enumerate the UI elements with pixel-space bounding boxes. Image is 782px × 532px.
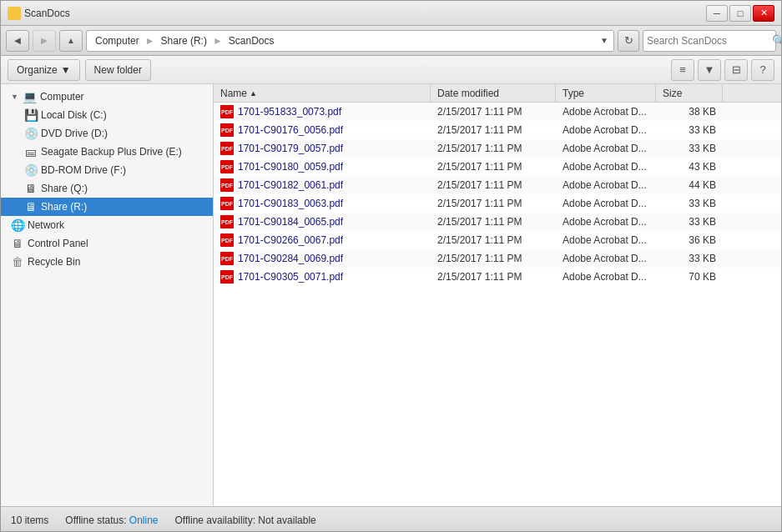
file-row[interactable]: PDF 1701-C90266_0067.pdf 2/15/2017 1:11 … <box>214 231 781 249</box>
view-button[interactable]: ≡ <box>671 59 694 81</box>
col-header-date[interactable]: Date modified <box>431 84 556 102</box>
col-header-name[interactable]: Name ▲ <box>214 84 431 102</box>
file-name: 1701-C90182_0061.pdf <box>238 179 343 191</box>
col-header-size[interactable]: Size <box>656 84 723 102</box>
file-name: 1701-C90284_0069.pdf <box>238 253 343 264</box>
new-folder-button[interactable]: New folder <box>85 59 151 81</box>
file-row[interactable]: PDF 1701-951833_0073.pdf 2/15/2017 1:11 … <box>214 103 781 121</box>
file-cell-date: 2/15/2017 1:11 PM <box>431 158 556 176</box>
pane-button[interactable]: ⊟ <box>724 59 748 81</box>
sidebar-label-dvd-drive: DVD Drive (D:) <box>41 128 108 139</box>
addr-computer[interactable]: Computer <box>92 34 143 48</box>
forward-button[interactable]: ► <box>33 30 56 52</box>
file-row[interactable]: PDF 1701-C90179_0057.pdf 2/15/2017 1:11 … <box>214 139 781 158</box>
file-cell-size: 38 KB <box>656 103 723 121</box>
sidebar: ▼ 💻 Computer 💾 Local Disk (C:) 💿 DVD Dri… <box>1 84 214 506</box>
view-arrow-button[interactable]: ▼ <box>698 59 721 81</box>
addr-dropdown-button[interactable]: ▼ <box>600 36 608 45</box>
sidebar-label-control-panel: Control Panel <box>28 238 88 249</box>
file-name: 1701-C90179_0057.pdf <box>238 143 343 154</box>
sidebar-label-network: Network <box>28 219 64 231</box>
file-row[interactable]: PDF 1701-C90176_0056.pdf 2/15/2017 1:11 … <box>214 121 781 139</box>
file-cell-name: PDF 1701-C90266_0067.pdf <box>214 231 431 249</box>
share-q-icon: 🖥 <box>24 182 38 195</box>
sidebar-item-recycle-bin[interactable]: 🗑 Recycle Bin <box>1 253 213 271</box>
close-button[interactable]: ✕ <box>753 5 774 22</box>
file-cell-name: PDF 1701-C90184_0065.pdf <box>214 213 431 231</box>
file-cell-size: 33 KB <box>656 121 723 139</box>
drive-c-icon: 💾 <box>24 108 38 122</box>
sidebar-item-network[interactable]: 🌐 Network <box>1 216 213 234</box>
col-size-label: Size <box>663 88 682 99</box>
file-name: 1701-C90266_0067.pdf <box>238 234 343 246</box>
sidebar-item-computer[interactable]: ▼ 💻 Computer <box>1 88 213 106</box>
sidebar-item-dvd-drive[interactable]: 💿 DVD Drive (D:) <box>1 124 213 143</box>
file-cell-type: Adobe Acrobat D... <box>556 268 656 286</box>
sidebar-label-share-r: Share (R:) <box>41 201 87 213</box>
sidebar-item-local-disk[interactable]: 💾 Local Disk (C:) <box>1 106 213 124</box>
file-row[interactable]: PDF 1701-C90180_0059.pdf 2/15/2017 1:11 … <box>214 158 781 176</box>
file-cell-type: Adobe Acrobat D... <box>556 176 656 194</box>
pdf-icon: PDF <box>220 197 234 210</box>
file-cell-type: Adobe Acrobat D... <box>556 121 656 139</box>
up-button[interactable]: ▲ <box>59 30 83 52</box>
pdf-icon: PDF <box>220 233 234 247</box>
file-name: 1701-C90305_0071.pdf <box>238 271 343 283</box>
sidebar-item-bdrom[interactable]: 💿 BD-ROM Drive (F:) <box>1 161 213 179</box>
toolbar: Organize ▼ New folder ≡ ▼ ⊟ ? <box>1 56 781 84</box>
back-button[interactable]: ◄ <box>6 30 29 52</box>
sidebar-label-bdrom: BD-ROM Drive (F:) <box>41 164 126 176</box>
pdf-icon: PDF <box>220 215 234 228</box>
file-name: 1701-C90176_0056.pdf <box>238 124 343 136</box>
file-cell-name: PDF 1701-C90179_0057.pdf <box>214 139 431 158</box>
sidebar-item-seagate[interactable]: 🖴 Seagate Backup Plus Drive (E:) <box>1 143 213 161</box>
file-name: 1701-C90183_0063.pdf <box>238 198 343 209</box>
file-cell-size: 33 KB <box>656 139 723 158</box>
file-cell-date: 2/15/2017 1:11 PM <box>431 213 556 231</box>
col-header-type[interactable]: Type <box>556 84 656 102</box>
file-row[interactable]: PDF 1701-C90184_0065.pdf 2/15/2017 1:11 … <box>214 213 781 231</box>
sidebar-label-computer: Computer <box>40 91 84 103</box>
minimize-button[interactable]: ─ <box>706 5 728 22</box>
file-list: PDF 1701-951833_0073.pdf 2/15/2017 1:11 … <box>214 103 781 506</box>
offline-avail: Offline availability: Not available <box>175 514 316 526</box>
search-input[interactable] <box>647 35 772 47</box>
sidebar-item-share-r[interactable]: 🖥 Share (R:) <box>1 198 213 216</box>
computer-icon: 💻 <box>23 90 37 103</box>
new-folder-label: New folder <box>94 64 142 76</box>
toolbar-right: ≡ ▼ ⊟ ? <box>671 59 774 81</box>
file-cell-name: PDF 1701-C90182_0061.pdf <box>214 176 431 194</box>
file-cell-size: 33 KB <box>656 194 723 213</box>
addr-share-r[interactable]: Share (R:) <box>158 34 210 48</box>
sidebar-item-control-panel[interactable]: 🖥 Control Panel <box>1 234 213 253</box>
sidebar-item-share-q[interactable]: 🖥 Share (Q:) <box>1 179 213 198</box>
help-button[interactable]: ? <box>751 59 774 81</box>
organize-button[interactable]: Organize ▼ <box>8 59 80 81</box>
title-bar: ScanDocs ─ □ ✕ <box>1 1 781 26</box>
pdf-icon: PDF <box>220 270 234 284</box>
window-icon <box>8 7 21 20</box>
file-row[interactable]: PDF 1701-C90182_0061.pdf 2/15/2017 1:11 … <box>214 176 781 194</box>
file-cell-type: Adobe Acrobat D... <box>556 213 656 231</box>
refresh-button[interactable]: ↻ <box>618 30 639 52</box>
file-row[interactable]: PDF 1701-C90305_0071.pdf 2/15/2017 1:11 … <box>214 268 781 286</box>
file-cell-type: Adobe Acrobat D... <box>556 103 656 121</box>
file-row[interactable]: PDF 1701-C90284_0069.pdf 2/15/2017 1:11 … <box>214 249 781 268</box>
file-cell-date: 2/15/2017 1:11 PM <box>431 103 556 121</box>
search-icon[interactable]: 🔍 <box>772 34 782 47</box>
sidebar-label-local-disk: Local Disk (C:) <box>41 109 107 121</box>
file-cell-date: 2/15/2017 1:11 PM <box>431 194 556 213</box>
file-list-header: Name ▲ Date modified Type Size <box>214 84 781 103</box>
addr-scandocs[interactable]: ScanDocs <box>225 34 278 48</box>
expand-arrow: ▼ <box>11 93 18 101</box>
pdf-icon: PDF <box>220 123 234 137</box>
pdf-icon: PDF <box>220 160 234 173</box>
file-cell-date: 2/15/2017 1:11 PM <box>431 268 556 286</box>
file-row[interactable]: PDF 1701-C90183_0063.pdf 2/15/2017 1:11 … <box>214 194 781 213</box>
offline-status-label: Offline status: <box>65 514 129 526</box>
file-cell-name: PDF 1701-C90183_0063.pdf <box>214 194 431 213</box>
maximize-button[interactable]: □ <box>729 5 751 22</box>
file-cell-date: 2/15/2017 1:11 PM <box>431 231 556 249</box>
file-cell-date: 2/15/2017 1:11 PM <box>431 176 556 194</box>
offline-avail-value: Not available <box>258 514 315 526</box>
